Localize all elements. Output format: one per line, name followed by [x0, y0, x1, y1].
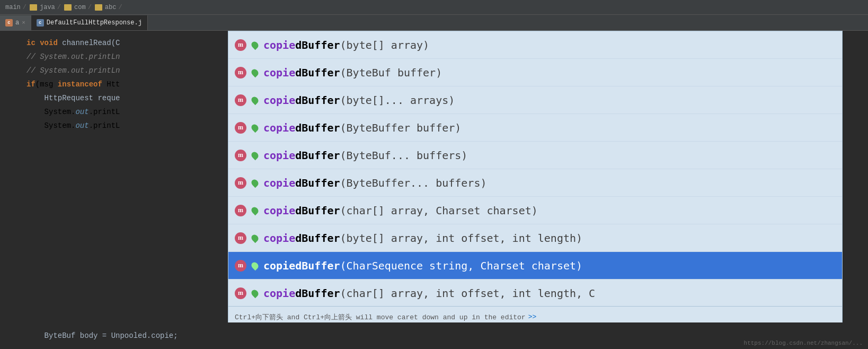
breadcrumb-java[interactable]: java — [29, 4, 55, 11]
autocomplete-item-5[interactable]: m copiedBuffer(ByteBuf... buffers) — [228, 142, 842, 169]
folder-icon — [30, 4, 37, 11]
code-line-1: ic void channelRead(C — [0, 36, 228, 50]
leaf-icon — [251, 124, 259, 132]
autocomplete-dropdown: m copiedBuffer(byte[] array) m copiedBuf… — [228, 31, 843, 328]
autocomplete-item-7[interactable]: m copiedBuffer(char[] array, Charset cha… — [228, 197, 842, 224]
tab-bar: c a × c DefaultFullHttpResponse.j — [0, 15, 868, 31]
folder-icon — [64, 4, 72, 11]
code-line-3: // System.out.printLn — [0, 64, 228, 77]
breadcrumb-abc[interactable]: abc — [94, 4, 117, 11]
autocomplete-item-4[interactable]: m copiedBuffer(ByteBuffer buffer) — [228, 114, 842, 142]
java-icon: c — [37, 19, 44, 27]
autocomplete-list: m copiedBuffer(byte[] array) m copiedBuf… — [228, 31, 842, 306]
java-icon: c — [5, 19, 13, 27]
tab-defaultfull[interactable]: c DefaultFullHttpResponse.j — [31, 15, 148, 30]
autocomplete-item-10[interactable]: m copiedBuffer(char[] array, int offset,… — [228, 280, 842, 306]
leaf-icon — [251, 68, 259, 77]
tab-a-label: a — [15, 19, 19, 27]
autocomplete-item-1[interactable]: m copiedBuffer(byte[] array) — [228, 31, 842, 59]
method-icon: m — [235, 287, 246, 299]
code-line-blank — [0, 133, 228, 146]
method-icon: m — [235, 67, 246, 78]
tab-a[interactable]: c a × — [0, 15, 31, 30]
method-icon: m — [235, 122, 246, 134]
breadcrumb-main[interactable]: main — [5, 4, 21, 11]
breadcrumb-com[interactable]: com — [63, 4, 86, 11]
autocomplete-item-2[interactable]: m copiedBuffer(ByteBuf buffer) — [228, 59, 842, 86]
leaf-icon — [251, 206, 259, 215]
code-line-7: System.out.printL — [0, 119, 228, 133]
leaf-icon — [251, 41, 259, 49]
method-icon: m — [235, 94, 246, 106]
leaf-icon — [251, 96, 259, 104]
method-icon: m — [235, 39, 246, 51]
tab-defaultfull-label: DefaultFullHttpResponse.j — [47, 19, 142, 27]
code-line-5: HttpRequest reque — [0, 91, 228, 105]
code-line-2: // System.out.printLn — [0, 50, 228, 64]
breadcrumb: main / java / com / abc / — [0, 0, 868, 15]
method-icon: m — [235, 205, 246, 216]
bottom-code-line: ByteBuf body = Unpooled.copie; — [0, 322, 868, 349]
method-icon: m — [235, 177, 246, 189]
method-icon: m — [235, 232, 246, 244]
code-editor: ic void channelRead(C // System.out.prin… — [0, 31, 228, 349]
code-line-4: if(msg instanceof Htt — [0, 77, 228, 91]
autocomplete-item-3[interactable]: m copiedBuffer(byte[]... arrays) — [228, 86, 842, 114]
method-icon: m — [235, 260, 246, 272]
autocomplete-item-9[interactable]: m copiedBuffer(CharSequence string, Char… — [228, 252, 842, 280]
method-icon: m — [235, 150, 246, 161]
leaf-icon — [251, 261, 259, 270]
bottom-url: https://blog.csdn.net/zhangsan/... — [744, 340, 863, 346]
autocomplete-item-6[interactable]: m copiedBuffer(ByteBuffer... buffers) — [228, 169, 842, 197]
leaf-icon — [251, 234, 259, 242]
leaf-icon — [251, 151, 259, 160]
autocomplete-item-8[interactable]: m copiedBuffer(byte[] array, int offset,… — [228, 224, 842, 252]
leaf-icon — [251, 289, 259, 298]
folder-icon — [95, 4, 102, 11]
footer-more-link[interactable]: >> — [528, 313, 537, 321]
code-line-6: System.out.printL — [0, 105, 228, 119]
tab-close-a[interactable]: × — [22, 20, 25, 26]
footer-hint-text: Ctrl+向下箭头 and Ctrl+向上箭头 will move caret … — [235, 312, 526, 322]
leaf-icon — [251, 179, 259, 187]
